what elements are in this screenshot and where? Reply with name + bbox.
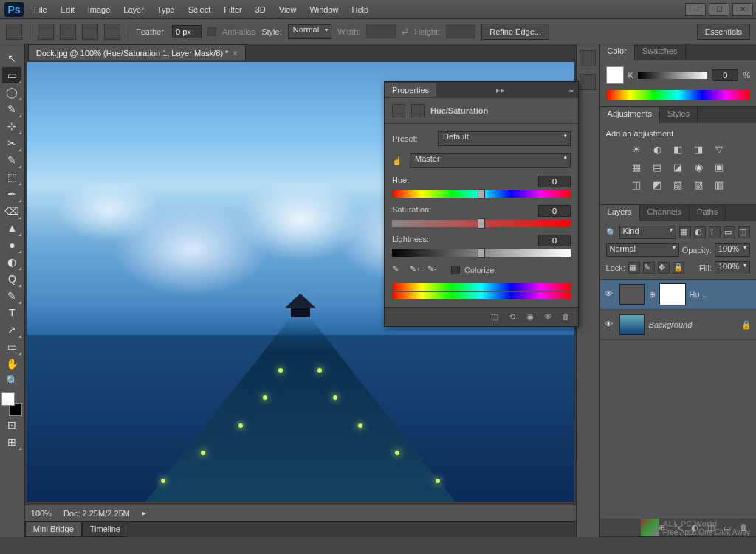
color-swatches[interactable]	[1, 392, 22, 416]
channels-tab[interactable]: Channels	[640, 205, 690, 221]
selective-icon[interactable]: ▥	[712, 178, 726, 191]
crop-tool[interactable]: ⊹	[2, 118, 21, 134]
threshold-icon[interactable]: ▧	[670, 178, 685, 191]
previous-state-icon[interactable]: ⟲	[509, 312, 519, 322]
reset-icon[interactable]: ◉	[526, 312, 537, 322]
channelmixer-icon[interactable]: ▣	[712, 160, 726, 173]
hand-tool[interactable]: ✋	[2, 356, 21, 372]
layer-name[interactable]: Hu...	[690, 290, 707, 299]
path-select-tool[interactable]: ↗	[2, 322, 21, 338]
lock-transparency-icon[interactable]: ▦	[628, 262, 640, 274]
healing-tool[interactable]: ✎	[2, 152, 21, 168]
curves-icon[interactable]: ◧	[670, 142, 685, 156]
menu-layer[interactable]: Layer	[117, 2, 150, 17]
menu-help[interactable]: Help	[346, 2, 375, 17]
lock-pixels-icon[interactable]: ✎	[643, 262, 655, 274]
mask-toggle-icon[interactable]	[411, 104, 425, 117]
visibility-toggle-icon[interactable]: 👁	[544, 312, 554, 322]
color-slider[interactable]	[638, 72, 707, 79]
blend-mode-select[interactable]: Normal	[606, 243, 679, 257]
filter-shape-icon[interactable]: ▭	[724, 226, 735, 238]
color-range-bars[interactable]	[392, 283, 571, 299]
filter-type-icon[interactable]: T	[709, 226, 721, 238]
layers-tab[interactable]: Layers	[600, 205, 640, 221]
move-tool[interactable]: ↖	[2, 50, 21, 66]
document-tab[interactable]: Dock.jpg @ 100% (Hue/Saturation 1, Layer…	[28, 44, 246, 60]
colorize-checkbox[interactable]	[451, 266, 460, 274]
tool-preset-button[interactable]	[6, 24, 22, 40]
menu-type[interactable]: Type	[151, 2, 181, 17]
clip-icon[interactable]: ◫	[491, 312, 501, 322]
paths-tab[interactable]: Paths	[690, 205, 726, 221]
mask-thumbnail[interactable]	[660, 284, 685, 305]
color-spectrum[interactable]	[606, 90, 750, 100]
filter-smart-icon[interactable]: ◫	[738, 226, 750, 238]
refine-edge-button[interactable]: Refine Edge...	[481, 24, 549, 40]
adjustments-tab[interactable]: Adjustments	[600, 107, 661, 123]
marquee-tool[interactable]: ▭	[2, 67, 21, 83]
shape-tool[interactable]: ▭	[2, 339, 21, 355]
menu-3d[interactable]: 3D	[250, 2, 272, 17]
lock-all-icon[interactable]: 🔒	[673, 262, 684, 274]
layer-thumbnail[interactable]	[619, 314, 645, 335]
filter-adjust-icon[interactable]: ◐	[694, 226, 706, 238]
status-arrow-icon[interactable]: ▸	[142, 508, 146, 518]
opacity-input[interactable]: 100%	[715, 243, 750, 257]
pen-tool[interactable]: ✎	[2, 288, 21, 304]
zoom-tool[interactable]: 🔍	[2, 373, 21, 389]
targeted-icon[interactable]: ☝	[392, 156, 405, 166]
link-icon[interactable]: ⊕	[649, 290, 656, 299]
delete-icon[interactable]: 🗑	[562, 312, 572, 322]
menu-file[interactable]: File	[28, 2, 53, 17]
color-value-input[interactable]	[712, 69, 738, 81]
blur-tool[interactable]: ◐	[2, 254, 21, 270]
delete-layer-icon[interactable]: 🗑	[740, 523, 750, 533]
intersect-selection-button[interactable]	[104, 24, 120, 40]
slider-thumb[interactable]	[478, 189, 485, 199]
new-layer-icon[interactable]: ▭	[724, 523, 734, 533]
add-selection-button[interactable]	[60, 24, 76, 40]
menu-filter[interactable]: Filter	[218, 2, 247, 17]
close-button[interactable]: ✕	[732, 3, 753, 16]
hue-slider[interactable]	[392, 190, 571, 198]
levels-icon[interactable]: ◐	[650, 142, 664, 156]
properties-tab[interactable]: Properties	[385, 83, 436, 97]
swatches-tab[interactable]: Swatches	[635, 44, 686, 60]
color-foreground-swatch[interactable]	[606, 66, 624, 84]
actions-icon[interactable]	[580, 74, 596, 90]
eyedropper-add-icon[interactable]: ✎+	[410, 264, 422, 276]
history-brush-tool[interactable]: ⌫	[2, 203, 21, 219]
eyedropper-tool[interactable]: ✂	[2, 135, 21, 151]
feather-input[interactable]	[172, 25, 202, 38]
colorbalance-icon[interactable]: ▤	[650, 160, 664, 173]
mask-icon[interactable]: ◐	[691, 523, 701, 533]
hue-input[interactable]	[538, 176, 571, 187]
invert-icon[interactable]: ◫	[629, 178, 644, 191]
gradientmap-icon[interactable]: ▨	[691, 178, 706, 191]
link-layers-icon[interactable]: ⊕	[659, 523, 669, 533]
bw-icon[interactable]: ◪	[670, 160, 685, 173]
menu-select[interactable]: Select	[182, 2, 217, 17]
type-tool[interactable]: T	[2, 305, 21, 321]
menu-edit[interactable]: Edit	[55, 2, 80, 17]
styles-tab[interactable]: Styles	[660, 107, 698, 123]
brightness-icon[interactable]: ☀	[629, 142, 644, 156]
saturation-input[interactable]	[538, 205, 571, 217]
slider-thumb[interactable]	[478, 248, 485, 258]
antialias-checkbox[interactable]	[207, 27, 216, 36]
filter-kind-icon[interactable]: 🔍	[606, 228, 616, 238]
slider-thumb[interactable]	[478, 218, 485, 229]
panel-menu-icon[interactable]: ≡	[565, 86, 578, 94]
mini-bridge-tab[interactable]: Mini Bridge	[25, 522, 82, 537]
exposure-icon[interactable]: ◨	[691, 142, 706, 156]
dodge-tool[interactable]: Q	[2, 271, 21, 287]
minimize-button[interactable]: —	[685, 3, 706, 16]
eyedropper-icon[interactable]: ✎	[392, 264, 404, 276]
screenmode-tool[interactable]: ⊞	[2, 434, 21, 450]
history-icon[interactable]	[580, 50, 596, 66]
layer-background[interactable]: 👁 Background 🔒	[600, 310, 756, 340]
zoom-level[interactable]: 100%	[31, 509, 52, 518]
style-select[interactable]: Normal	[288, 24, 331, 39]
adjustment-layer-icon[interactable]: ◫	[707, 523, 718, 533]
visibility-icon[interactable]: 👁	[605, 319, 615, 330]
